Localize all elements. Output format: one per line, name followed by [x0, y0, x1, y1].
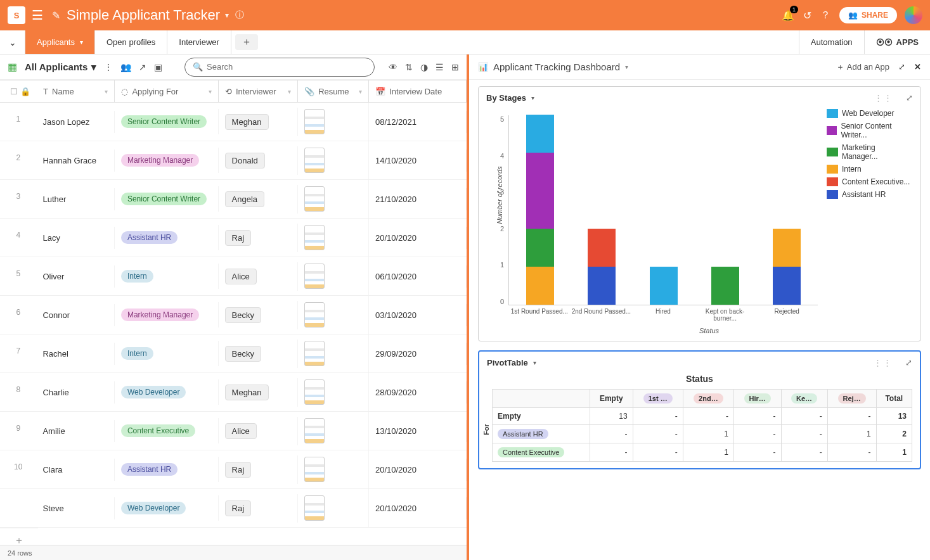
cell-applying-for[interactable]: Senior Content Writer [115, 186, 219, 212]
close-dashboard-icon[interactable]: ✕ [914, 62, 921, 72]
add-row-button[interactable]: ＋ [0, 528, 38, 545]
cell-name[interactable]: Lacy [36, 227, 114, 249]
cell-name[interactable]: Amilie [36, 420, 114, 442]
pivot-cell[interactable]: - [781, 443, 827, 462]
table-row[interactable]: 10ClaraAssistant HRRaj20/10/2020 [0, 450, 467, 489]
pivot-cell[interactable]: - [590, 425, 633, 443]
cell-applying-for[interactable]: Content Executive [115, 418, 219, 443]
pivot-col-header[interactable]: 2nd… [683, 390, 733, 408]
resume-thumbnail[interactable] [304, 109, 325, 134]
cell-applying-for[interactable]: Marketing Manager [115, 302, 219, 328]
app-logo[interactable]: S [8, 6, 25, 24]
pivot-cell[interactable]: - [633, 425, 683, 443]
bar-group[interactable] [756, 229, 818, 305]
legend-item[interactable]: Assistant HR [827, 190, 913, 199]
cell-interviewer[interactable]: Meghan [219, 378, 298, 407]
pivot-cell[interactable]: 1 [827, 425, 876, 443]
chart-widget[interactable]: By Stages ▾ ⋮⋮ ⤢ Number of records 54321… [478, 86, 921, 341]
resume-thumbnail[interactable] [304, 264, 325, 289]
pivot-cell[interactable]: 13 [590, 408, 633, 425]
expand-widget-icon[interactable]: ⤢ [905, 358, 912, 367]
drag-handle-icon[interactable]: ⋮⋮ [874, 358, 893, 367]
select-all-checkbox[interactable]: ☐ 🔒 [0, 80, 37, 102]
pivot-cell[interactable]: - [733, 425, 781, 443]
history-icon[interactable]: ↺ [803, 10, 811, 22]
add-tab-button[interactable]: ＋ [235, 34, 258, 50]
cell-date[interactable]: 29/09/2020 [369, 343, 467, 365]
cell-date[interactable]: 20/10/2020 [369, 227, 467, 249]
sort-icon[interactable]: ☰ [436, 62, 444, 72]
cell-applying-for[interactable]: Intern [115, 341, 219, 366]
legend-item[interactable]: Intern [827, 165, 913, 174]
resume-thumbnail[interactable] [304, 418, 325, 443]
help-icon[interactable]: ？ [820, 9, 830, 22]
hide-fields-icon[interactable]: 👁 [389, 62, 397, 72]
legend-item[interactable]: Web Developer [827, 109, 913, 118]
add-app-button[interactable]: ＋Add an App [836, 61, 889, 73]
cell-resume[interactable] [298, 334, 369, 372]
cell-name[interactable]: Charlie [36, 381, 114, 404]
pivot-cell[interactable]: - [733, 443, 781, 462]
col-name[interactable]: TName▾ [37, 80, 115, 102]
cell-interviewer[interactable]: Alice [219, 262, 298, 291]
search-input[interactable] [207, 62, 366, 72]
resume-thumbnail[interactable] [304, 457, 325, 482]
col-resume[interactable]: 📎Resume▾ [298, 80, 369, 102]
table-row[interactable]: 5OliverInternAlice06/10/2020 [0, 257, 467, 296]
drag-handle-icon[interactable]: ⋮⋮ [874, 93, 893, 103]
table-row[interactable]: 3LutherSenior Content WriterAngela21/10/… [0, 180, 467, 219]
resume-thumbnail[interactable] [304, 379, 325, 405]
pivot-col-header[interactable]: Empty [590, 390, 633, 408]
cell-date[interactable]: 13/10/2020 [369, 420, 467, 442]
resume-thumbnail[interactable] [304, 225, 325, 250]
cell-date[interactable]: 20/10/2020 [369, 497, 467, 519]
table-row[interactable]: 1Jason LopezSenior Content WriterMeghan0… [0, 103, 467, 141]
cell-name[interactable]: Steve [36, 497, 114, 519]
pivot-col-header[interactable]: Rej… [827, 390, 876, 408]
pivot-widget[interactable]: PivotTable ▾ ⋮⋮ ⤢ Status For Empty1st …2… [478, 350, 921, 469]
pivot-col-header[interactable]: 1st … [633, 390, 683, 408]
chevron-down-icon[interactable]: ▾ [91, 61, 96, 73]
table-row[interactable]: 9AmilieContent ExecutiveAlice13/10/2020 [0, 412, 467, 450]
dashboard-title[interactable]: Applicant Tracking Dashboard [493, 61, 620, 72]
cell-interviewer[interactable]: Donald [219, 146, 298, 175]
data-table[interactable]: ☐ 🔒 TName▾ ◌Applying For▾ ⟲Interviewer▾ … [0, 80, 467, 545]
table-row[interactable]: 6ConnorMarketing ManagerBecky03/10/2020 [0, 296, 467, 334]
group-icon[interactable]: ⊞ [451, 62, 459, 72]
bar-group[interactable] [633, 267, 694, 305]
cell-date[interactable]: 20/10/2020 [369, 459, 467, 481]
chevron-down-icon[interactable]: ▾ [80, 39, 83, 46]
view-name[interactable]: All Applicants ▾ [25, 61, 96, 73]
cell-interviewer[interactable]: Becky [219, 340, 298, 368]
pivot-cell[interactable]: 1 [683, 443, 733, 462]
chevron-down-icon[interactable]: ▾ [531, 94, 534, 101]
cell-name[interactable]: Oliver [36, 265, 114, 288]
cell-interviewer[interactable]: Raj [219, 455, 298, 484]
cell-resume[interactable] [298, 257, 369, 295]
cell-resume[interactable] [298, 103, 369, 141]
legend-item[interactable]: Senior Content Writer... [827, 122, 913, 139]
share-button[interactable]: 👥 SHARE [839, 7, 897, 23]
notification-bell-icon[interactable]: 🔔1 [782, 10, 794, 22]
pivot-cell[interactable]: - [827, 408, 876, 425]
automation-button[interactable]: Automation [799, 30, 865, 54]
pivot-cell[interactable]: - [781, 408, 827, 425]
chevron-down-icon[interactable]: ▾ [625, 63, 628, 70]
apps-button[interactable]: ⦿⦿ APPS [865, 30, 930, 54]
expand-widget-icon[interactable]: ⤢ [906, 93, 913, 103]
search-box[interactable]: 🔍 [184, 58, 375, 77]
table-row[interactable]: 4LacyAssistant HRRaj20/10/2020 [0, 219, 467, 257]
pivot-row[interactable]: Content Executive--1---1 [493, 443, 912, 462]
cell-name[interactable]: Luther [36, 188, 114, 210]
expand-dashboard-icon[interactable]: ⤢ [898, 62, 905, 72]
cell-resume[interactable] [298, 219, 369, 257]
cell-applying-for[interactable]: Marketing Manager [115, 148, 219, 173]
collaborators-icon[interactable]: 👥 [120, 62, 131, 72]
cell-interviewer[interactable]: Becky [219, 301, 298, 329]
cell-date[interactable]: 21/10/2020 [369, 188, 467, 210]
cell-resume[interactable] [298, 296, 369, 334]
pivot-cell[interactable]: 1 [683, 425, 733, 443]
pivot-cell[interactable]: - [781, 425, 827, 443]
bar-group[interactable] [509, 115, 571, 305]
cell-date[interactable]: 28/09/2020 [369, 381, 467, 404]
